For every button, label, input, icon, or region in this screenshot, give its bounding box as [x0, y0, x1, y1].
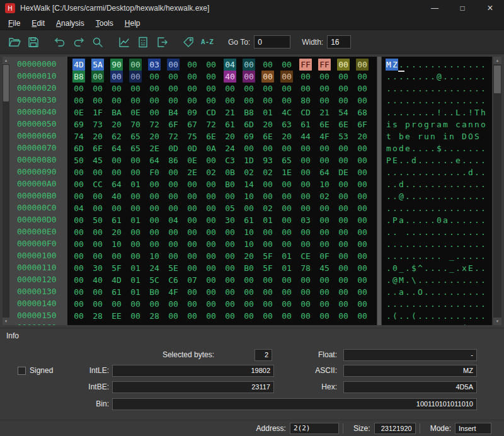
ascii-char[interactable]: .: [461, 298, 467, 310]
hex-byte[interactable]: 45: [318, 262, 331, 274]
hex-byte[interactable]: 00: [356, 178, 369, 190]
ascii-char[interactable]: .: [455, 83, 461, 95]
hex-byte[interactable]: 00: [72, 166, 85, 178]
hex-byte[interactable]: 00: [356, 83, 369, 95]
ascii-char[interactable]: .: [449, 226, 455, 238]
ascii-char[interactable]: .: [467, 190, 474, 202]
ascii-char[interactable]: .: [455, 202, 461, 214]
ascii-char[interactable]: O: [467, 130, 474, 142]
ascii-char[interactable]: .: [461, 142, 467, 154]
ascii-char[interactable]: .: [423, 238, 430, 250]
hex-byte[interactable]: 00: [186, 322, 198, 325]
mode-status-field[interactable]: Insert: [455, 423, 491, 434]
ascii-char[interactable]: .: [417, 166, 423, 178]
hex-byte[interactable]: 00: [337, 250, 350, 262]
ascii-char[interactable]: .: [392, 71, 398, 83]
ascii-char[interactable]: .: [411, 178, 417, 190]
ascii-char[interactable]: .: [430, 226, 436, 238]
ascii-char[interactable]: .: [461, 154, 467, 166]
ascii-char[interactable]: .: [430, 95, 436, 106]
ascii-char[interactable]: .: [398, 83, 404, 95]
ascii-char[interactable]: .: [392, 250, 398, 262]
hex-byte[interactable]: 00: [337, 274, 350, 286]
ascii-char[interactable]: .: [467, 310, 474, 322]
ascii-char[interactable]: .: [461, 214, 467, 226]
hex-byte[interactable]: 00: [167, 202, 180, 214]
hex-byte[interactable]: 00: [167, 83, 180, 95]
ascii-char[interactable]: .: [398, 322, 404, 325]
ascii-char[interactable]: .: [398, 95, 404, 106]
hex-byte[interactable]: 64: [318, 166, 331, 178]
ascii-char[interactable]: .: [480, 190, 486, 202]
ascii-char[interactable]: .: [480, 262, 486, 274]
close-button[interactable]: ×: [476, 0, 504, 16]
ascii-char[interactable]: .: [386, 274, 392, 286]
hex-byte[interactable]: 24: [224, 142, 236, 154]
hex-byte[interactable]: 00: [299, 83, 312, 95]
hex-byte[interactable]: 5C: [148, 274, 161, 286]
hex-byte[interactable]: 00: [299, 190, 312, 202]
ascii-char[interactable]: .: [449, 154, 455, 166]
ascii-char[interactable]: .: [474, 286, 480, 298]
hex-byte[interactable]: 00: [167, 322, 180, 325]
ascii-char[interactable]: d: [398, 178, 404, 190]
ascii-char[interactable]: .: [430, 238, 436, 250]
hex-byte[interactable]: 00: [186, 59, 198, 71]
hex-byte[interactable]: 00: [205, 286, 217, 298]
ascii-char[interactable]: .: [442, 202, 449, 214]
hex-byte[interactable]: 01: [261, 214, 274, 226]
ascii-char[interactable]: .: [467, 250, 474, 262]
ascii-char[interactable]: .: [467, 298, 474, 310]
hex-byte[interactable]: 00: [167, 298, 180, 310]
hex-byte[interactable]: 14: [243, 178, 255, 190]
hex-byte[interactable]: 00: [356, 95, 369, 106]
hex-byte[interactable]: 61: [299, 118, 312, 130]
ascii-char[interactable]: .: [423, 226, 430, 238]
ascii-char[interactable]: .: [449, 298, 455, 310]
hex-byte[interactable]: 20: [91, 130, 104, 142]
hex-byte[interactable]: 00: [148, 238, 161, 250]
hex-byte[interactable]: 28: [299, 322, 312, 325]
hex-byte[interactable]: 78: [299, 262, 312, 274]
hex-byte[interactable]: 00: [205, 274, 217, 286]
ascii-char[interactable]: .: [467, 83, 474, 95]
hex-byte[interactable]: 00: [280, 202, 293, 214]
ascii-char[interactable]: .: [423, 178, 430, 190]
hex-byte[interactable]: 00: [243, 310, 255, 322]
hex-byte[interactable]: 00: [205, 214, 217, 226]
hex-byte[interactable]: 00: [72, 274, 85, 286]
hex-byte[interactable]: 6E: [318, 118, 331, 130]
ascii-char[interactable]: .: [392, 286, 398, 298]
hex-byte[interactable]: 00: [337, 178, 350, 190]
ascii-char[interactable]: .: [461, 178, 467, 190]
hex-byte[interactable]: 00: [224, 238, 236, 250]
hex-byte[interactable]: 00: [110, 83, 123, 95]
ascii-char[interactable]: .: [480, 322, 486, 325]
hex-byte[interactable]: 10: [243, 238, 255, 250]
hex-byte[interactable]: 45: [243, 322, 255, 325]
hex-byte[interactable]: 00: [205, 83, 217, 95]
hex-byte[interactable]: 00: [167, 190, 180, 202]
strings-button[interactable]: A-Z: [198, 33, 217, 52]
hex-byte[interactable]: 00: [356, 71, 369, 83]
hex-byte[interactable]: 00: [186, 190, 198, 202]
ascii-char[interactable]: .: [423, 190, 430, 202]
redo-button[interactable]: [69, 33, 88, 52]
hex-byte[interactable]: 02: [243, 166, 255, 178]
hex-byte[interactable]: 4C: [280, 106, 293, 118]
hex-byte[interactable]: 00: [72, 214, 85, 226]
ascii-char[interactable]: .: [474, 190, 480, 202]
ascii-char[interactable]: .: [430, 214, 436, 226]
ascii-char[interactable]: m: [442, 118, 449, 130]
hex-byte[interactable]: 00: [261, 238, 274, 250]
hex-byte[interactable]: 28: [91, 310, 104, 322]
ascii-char[interactable]: .: [474, 166, 480, 178]
hex-byte[interactable]: 00: [356, 190, 369, 202]
hex-byte[interactable]: 00: [337, 154, 350, 166]
hex-byte[interactable]: 00: [261, 298, 274, 310]
hex-byte[interactable]: 00: [129, 190, 142, 202]
hex-byte[interactable]: 00: [318, 202, 331, 214]
ascii-char[interactable]: o: [480, 118, 486, 130]
hex-byte[interactable]: 00: [318, 226, 331, 238]
hex-byte[interactable]: 00: [72, 262, 85, 274]
